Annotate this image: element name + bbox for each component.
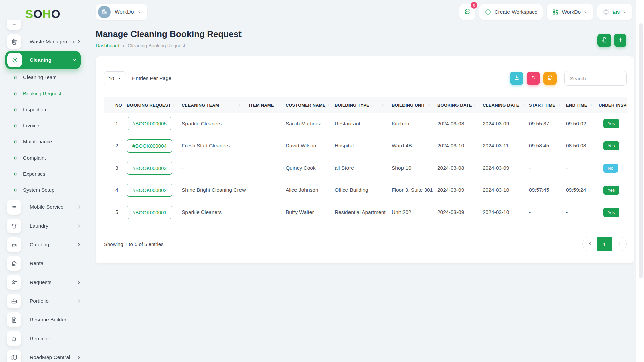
chevron-left-icon (588, 241, 592, 247)
column-header-end_time[interactable]: END TIME↑↓ (566, 97, 599, 113)
sort-icon[interactable]: ↑↓ (276, 103, 279, 107)
cell-cleaning-team: Sparkle Cleaners (182, 201, 249, 223)
inspection-badge: Yes (603, 141, 619, 150)
cell-building-type: Hospital (335, 135, 392, 157)
cell-start-time: 09:55:37 (529, 113, 566, 135)
sidebar-item-catering[interactable]: Catering (0, 235, 86, 254)
booking-request-link[interactable]: #BOOK000003 (127, 162, 172, 175)
refresh-button[interactable] (543, 72, 557, 85)
sidebar-subitem-inspection[interactable]: Inspection (0, 101, 86, 117)
booking-request-link[interactable]: #BOOK000002 (127, 184, 172, 197)
breadcrumb-current: Cleaning Booking Request (128, 43, 185, 48)
column-label: BOOKING REQUEST (127, 103, 171, 108)
app-switcher-button[interactable]: WorkDo (547, 4, 593, 20)
column-header-customer_name[interactable]: CUSTOMER NAME↑↓ (286, 97, 335, 113)
sort-icon[interactable]: ↑↓ (474, 103, 477, 107)
sidebar-item-waste-management[interactable]: Waste Management (0, 32, 86, 51)
page-title: Manage Cleaning Booking Request (96, 29, 241, 39)
pagination-next-button[interactable] (612, 237, 626, 251)
window-scrollbar[interactable] (636, 0, 644, 362)
cell-cleaning-team: Shine Bright Cleaning Crew (182, 179, 249, 201)
download-icon (514, 75, 520, 82)
add-booking-button[interactable] (614, 34, 626, 47)
reset-button[interactable] (527, 72, 540, 85)
grid-plus-icon (552, 9, 559, 15)
pagination-prev-button[interactable] (583, 237, 597, 251)
sort-icon[interactable]: ↑↓ (521, 103, 524, 107)
plus-circle-icon (485, 9, 491, 15)
sort-icon[interactable]: ↑↓ (557, 103, 560, 107)
sidebar-subitem-invoice[interactable]: Invoice (0, 117, 86, 133)
column-header-building_unit[interactable]: BUILDING UNIT↑↓ (392, 97, 437, 113)
sidebar-item-rental[interactable]: Rental (0, 254, 86, 273)
messages-button[interactable]: 0 (459, 4, 475, 20)
column-header-booking_request[interactable]: BOOKING REQUEST↑↓ (127, 97, 182, 113)
sort-icon[interactable]: ↑↓ (328, 103, 330, 107)
cell-start-time: - (529, 157, 566, 179)
column-header-booking_date[interactable]: BOOKING DATE↑↓ (437, 97, 483, 113)
cell-building-type: Residential Apartment (335, 201, 392, 223)
sidebar-subitem-complaint[interactable]: Complaint (0, 149, 86, 166)
inspection-badge: Yes (603, 208, 619, 217)
language-selector[interactable]: EN (597, 4, 632, 20)
column-header-start_time[interactable]: START TIME↑↓ (529, 97, 566, 113)
booking-request-link[interactable]: #BOOK000005 (127, 117, 172, 130)
sidebar-item-label: Reminder (30, 336, 82, 342)
sidebar-item-portfolio[interactable]: Portfolio (0, 292, 86, 310)
column-header-cleaning_team[interactable]: CLEANING TEAM↑↓ (182, 97, 249, 113)
soho-logo[interactable]: SOHO (0, 0, 86, 20)
entries-per-page-select[interactable]: 10 (104, 71, 126, 85)
scrollbar-thumb[interactable] (639, 23, 643, 278)
sidebar-nav: Waste ManagementCleaningCleaning TeamBoo… (0, 20, 86, 362)
sort-icon[interactable]: ↑↓ (427, 103, 430, 107)
sidebar-item-roadmap-central[interactable]: RoadMap Central (0, 348, 86, 362)
trash-icon (7, 34, 21, 49)
cell-start-time: 09:57:45 (529, 179, 566, 201)
search-input[interactable] (564, 71, 627, 86)
export-download-button[interactable] (510, 72, 523, 85)
sidebar-item-reminder[interactable]: Reminder (0, 329, 86, 348)
sidebar-item-cleaning[interactable]: Cleaning (5, 51, 81, 69)
cell-cleaning-date: 2024-03-09 (483, 157, 529, 179)
topbar-actions: 0 Create Workspace WorkDo EN (459, 4, 632, 20)
sort-icon[interactable]: ↑↓ (239, 103, 241, 107)
cell-under-inspection: Yes (599, 201, 627, 223)
showing-entries-text: Showing 1 to 5 of 5 entries (104, 241, 164, 247)
column-header-cleaning_date[interactable]: CLEANING DATE↑↓ (483, 97, 529, 113)
sidebar-subitem-booking-request[interactable]: Booking Request (0, 85, 86, 101)
sidebar-item-mobile-service[interactable]: Mobile Service (0, 198, 86, 217)
cell-booking-request: #BOOK000004 (127, 135, 182, 157)
column-header-under_inspection[interactable]: UNDER INSPECTION↑↓ (599, 97, 627, 113)
column-header-building_type[interactable]: BUILDING TYPE↑↓ (335, 97, 392, 113)
status-ring-icon (13, 188, 18, 192)
column-label: CLEANING TEAM (182, 103, 219, 108)
sort-icon[interactable]: ↑↓ (382, 103, 384, 107)
sidebar-item-resume-builder[interactable]: Resume Builder (0, 310, 86, 329)
messages-badge: 0 (471, 2, 477, 9)
export-button[interactable] (597, 34, 611, 47)
sidebar-item-requests[interactable]: Requests (0, 273, 86, 292)
sort-icon[interactable]: ↑↓ (589, 103, 592, 107)
workspace-selector[interactable]: WorkDo (96, 4, 147, 20)
column-label: ITEM NAME (249, 103, 274, 108)
sidebar-item-clipped[interactable] (0, 20, 86, 32)
booking-request-link[interactable]: #BOOK000004 (127, 139, 172, 153)
sidebar-item-laundry[interactable]: Laundry (0, 217, 86, 235)
pagination-page-1[interactable]: 1 (597, 237, 612, 251)
sort-icon[interactable]: ↑↓ (173, 103, 176, 107)
create-workspace-button[interactable]: Create Workspace (479, 4, 543, 20)
column-header-item_name[interactable]: ITEM NAME↑↓ (249, 97, 286, 113)
cell-cleaning-date: 2024-03-10 (483, 179, 529, 201)
sidebar-subitem-expenses[interactable]: Expenses (0, 166, 86, 182)
workspace-avatar (98, 6, 111, 18)
cell-cleaning-team: Fresh Start Cleaners (182, 135, 249, 157)
bell-icon (7, 331, 21, 346)
booking-request-link[interactable]: #BOOK000001 (127, 206, 172, 219)
sidebar-subitem-cleaning-team[interactable]: Cleaning Team (0, 69, 86, 85)
sidebar-subitem-maintenance[interactable]: Maintenance (0, 133, 86, 149)
cell-booking-date: 2024-03-10 (437, 135, 483, 157)
cell-booking-request: #BOOK000001 (127, 201, 182, 223)
sidebar-subitem-system-setup[interactable]: System Setup (0, 182, 86, 198)
status-ring-icon (13, 75, 18, 79)
breadcrumb-dashboard-link[interactable]: Dashboard (96, 43, 119, 48)
